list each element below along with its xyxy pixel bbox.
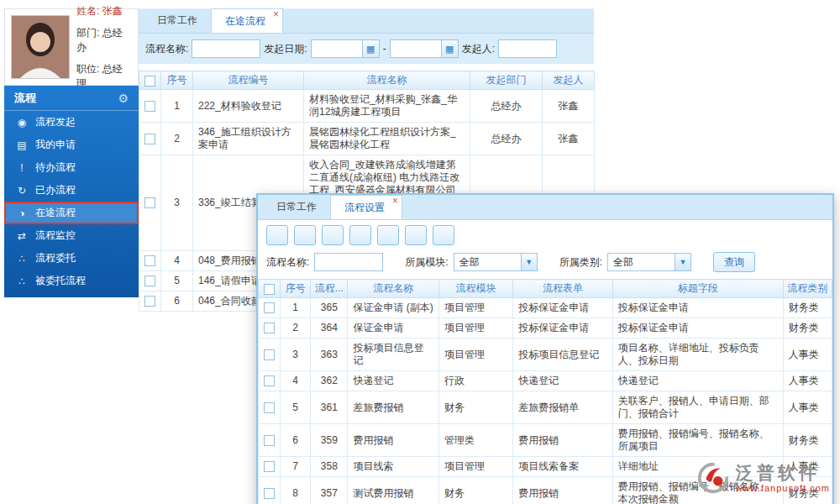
calendar-icon[interactable]: ▦ — [441, 40, 458, 57]
sidebar-item-label: 待办流程 — [35, 160, 76, 175]
row-checkbox[interactable] — [264, 488, 275, 499]
cell-name: 晨铭园林绿化工程组织设计方案_晨铭园林绿化工程 — [304, 123, 470, 155]
cell-name: 材料验收登记_材料采购_张鑫_华润12城房建工程项目 — [304, 90, 470, 123]
col-header-name: 流程名称 — [348, 280, 438, 298]
cell-initiator: 张鑫 — [543, 90, 595, 123]
tab-label: 在途流程 — [225, 15, 265, 27]
cell-no: 8 — [281, 477, 311, 504]
sidebar-process-menu: 流程 ⚙ ◉ 流程发起 ▤ 我的申请 ! 待办流程 ↻ 已办流程 ◑ 在途流程 — [4, 86, 139, 297]
cell-form: 费用报销 — [513, 424, 613, 457]
toolbar-button[interactable] — [294, 225, 316, 245]
toolbar-button[interactable] — [349, 225, 371, 245]
cell-name: 快递登记 — [348, 371, 438, 391]
initiator-label: 发起人: — [462, 42, 495, 56]
process-setting-row[interactable]: 6 359 费用报销 管理类 费用报销 费用报销、报销编号、报销名称、所属项目 … — [259, 424, 832, 457]
cell-dept: 总经办 — [470, 123, 543, 155]
toolbar-button[interactable] — [377, 225, 399, 245]
cell-title-fields: 快递登记 — [612, 371, 783, 391]
row-checkbox[interactable] — [264, 435, 275, 446]
chevron-down-icon: ▼ — [675, 254, 690, 270]
sidebar-item-label: 在途流程 — [35, 206, 76, 220]
cell-title-fields: 项目名称、详细地址、投标负责人、投标日期 — [612, 339, 783, 371]
tab-daily-work[interactable]: 日常工作 — [144, 8, 211, 33]
tab-daily-work-fg[interactable]: 日常工作 — [263, 195, 330, 219]
close-icon[interactable]: × — [273, 8, 279, 20]
process-row[interactable]: 1 222_材料验收登记 材料验收登记_材料采购_张鑫_华润12城房建工程项目 … — [139, 90, 595, 123]
cell-code: 222_材料验收登记 — [193, 90, 304, 123]
cell-code: 362 — [311, 371, 348, 391]
cell-form: 投标项目信息登记 — [513, 339, 613, 371]
row-checkbox[interactable] — [144, 134, 155, 144]
col-header-code: 流程编号 — [193, 71, 304, 90]
bg-tabbar: 日常工作 在途流程 × — [139, 8, 594, 34]
row-checkbox[interactable] — [144, 296, 155, 307]
sidebar-item[interactable]: ◉ 流程发起 — [4, 111, 139, 134]
row-checkbox[interactable] — [264, 323, 275, 333]
fg-process-name-input[interactable] — [314, 253, 383, 271]
toolbar-button[interactable] — [266, 225, 288, 245]
row-checkbox[interactable] — [264, 402, 275, 413]
process-setting-row[interactable]: 5 361 差旅费报销 财务 差旅费报销单 关联客户、报销人、申请日期、部门、报… — [259, 391, 832, 424]
sidebar-item[interactable]: ! 待办流程 — [4, 156, 139, 179]
process-setting-row[interactable]: 3 363 投标项目信息登记 项目管理 投标项目信息登记 项目名称、详细地址、投… — [259, 339, 832, 371]
row-checkbox[interactable] — [144, 197, 155, 208]
sidebar-title: 流程 — [14, 91, 36, 106]
category-select[interactable]: 全部 ▼ — [607, 253, 691, 271]
row-checkbox[interactable] — [264, 349, 275, 360]
tab-in-transit-process[interactable]: 在途流程 × — [211, 8, 283, 33]
vendor-brand: 泛普软件 — [736, 463, 820, 483]
cell-code: 346_施工组织设计方案申请 — [193, 123, 304, 155]
sidebar-item[interactable]: ⇄ 流程监控 — [4, 224, 139, 247]
select-all-checkbox[interactable] — [144, 76, 155, 87]
search-button[interactable]: 查询 — [713, 252, 755, 272]
sidebar-item[interactable]: ↻ 已办流程 — [4, 179, 139, 202]
cell-code: 361 — [311, 391, 348, 424]
cell-form: 项目线索备案 — [513, 457, 613, 477]
sidebar-item[interactable]: ▤ 我的申请 — [4, 134, 139, 156]
row-checkbox[interactable] — [144, 101, 155, 112]
cell-module: 项目管理 — [438, 339, 512, 371]
cell-code: 358 — [311, 457, 348, 477]
tab-process-settings[interactable]: 流程设置 × — [330, 195, 402, 219]
calendar-icon[interactable]: ▦ — [362, 40, 379, 57]
sidebar-item-icon: ◉ — [15, 117, 29, 129]
cell-name: 保证金申请 — [348, 318, 438, 339]
process-setting-row[interactable]: 1 365 保证金申请 (副本) 项目管理 投标保证金申请 投标保证金申请 财务… — [259, 298, 832, 318]
cell-name: 费用报销 — [348, 424, 438, 457]
cell-form: 投标保证金申请 — [513, 298, 613, 318]
toolbar-button[interactable] — [405, 225, 427, 245]
gear-icon[interactable]: ⚙ — [118, 92, 129, 105]
col-header-dept: 发起部门 — [470, 71, 543, 90]
sidebar-item-icon: ⇄ — [15, 230, 29, 242]
cell-module: 财务 — [438, 477, 512, 504]
col-header-title-fields: 标题字段 — [612, 280, 783, 298]
close-icon[interactable]: × — [392, 195, 398, 207]
row-checkbox[interactable] — [264, 461, 275, 472]
process-row[interactable]: 2 346_施工组织设计方案申请 晨铭园林绿化工程组织设计方案_晨铭园林绿化工程… — [139, 123, 595, 155]
process-setting-row[interactable]: 2 364 保证金申请 项目管理 投标保证金申请 投标保证金申请 财务类 — [259, 318, 832, 339]
process-setting-row[interactable]: 4 362 快递登记 行政 快递登记 快递登记 人事类 — [259, 371, 832, 391]
toolbar-button[interactable] — [322, 225, 344, 245]
initiator-input[interactable] — [498, 39, 557, 58]
row-checkbox[interactable] — [264, 302, 275, 313]
row-checkbox[interactable] — [144, 276, 155, 286]
module-select[interactable]: 全部 ▼ — [454, 253, 538, 271]
sidebar-item[interactable]: ∴ 流程委托 — [4, 247, 139, 270]
select-all-checkbox[interactable] — [264, 284, 275, 295]
date-to-input[interactable] — [391, 40, 441, 57]
cell-no: 4 — [281, 371, 311, 391]
row-checkbox[interactable] — [264, 375, 275, 386]
bg-table-header-row: 序号 流程编号 流程名称 发起部门 发起人 — [139, 71, 595, 90]
date-from-input[interactable] — [312, 40, 362, 57]
bg-filterbar: 流程名称: 发起日期: ▦ - ▦ 发起人: — [139, 34, 594, 64]
cell-no: 6 — [161, 291, 193, 312]
sidebar-item[interactable]: ∴ 被委托流程 — [4, 270, 139, 292]
process-name-input[interactable] — [192, 39, 260, 58]
sidebar-item[interactable]: ◑ 在途流程 — [4, 202, 139, 224]
row-checkbox[interactable] — [144, 255, 155, 266]
toolbar-button[interactable] — [433, 225, 454, 245]
desktop: 姓名: 张鑫 部门: 总经办 职位: 总经理 流程 ⚙ ◉ 流程发起 ▤ 我的申… — [0, 0, 840, 504]
cell-code: 357 — [311, 477, 348, 504]
vendor-logo-icon — [696, 460, 731, 496]
col-header-code: 流程... — [311, 280, 348, 298]
